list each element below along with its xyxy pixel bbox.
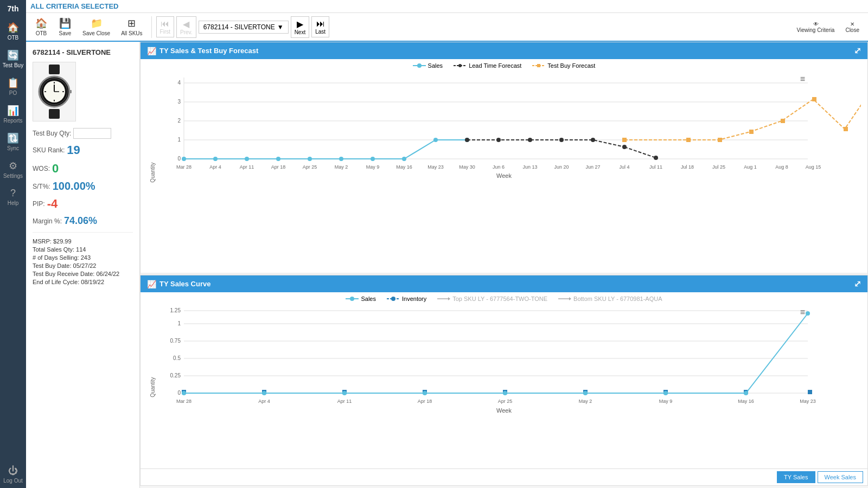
top-bar: ALL CRITERIA SELECTED: [26, 0, 868, 13]
chart2-expand-icon[interactable]: ⤢: [854, 279, 861, 289]
next-button[interactable]: ▶ Next: [291, 16, 310, 38]
info-block: MSRP: $29.99 Total Sales Qty: 114 # of D…: [33, 238, 133, 285]
sidebar-item-logout[interactable]: ⏻ Log Out: [0, 461, 26, 488]
chart1-legend: Sales Lead Time Forecast Test Buy Foreca…: [141, 59, 867, 72]
sidebar-item-settings[interactable]: ⚙ Settings: [0, 156, 26, 183]
end-of-life-label: End of Life Cycle:: [33, 279, 79, 285]
next-icon: ▶: [297, 19, 303, 29]
sku-dropdown[interactable]: 6782114 - SILVERTONE ▼: [199, 21, 289, 34]
svg-point-31: [245, 157, 249, 161]
last-button[interactable]: ⏭ Last: [311, 16, 329, 37]
otb-button[interactable]: 🏠 OTB: [30, 15, 52, 38]
svg-point-13: [417, 63, 422, 68]
svg-text:May 2: May 2: [579, 399, 592, 404]
sidebar: 7th 🏠 OTB 🔄 Test Buy 📋 PO 📊 Reports 🔃 Sy…: [0, 0, 26, 488]
days-selling-label: # of Days Selling:: [33, 254, 79, 261]
test-buy-qty-row: Test Buy Qty:: [33, 128, 133, 139]
svg-point-32: [276, 157, 280, 161]
sidebar-item-reports[interactable]: 📊 Reports: [0, 100, 26, 128]
svg-text:4: 4: [177, 80, 181, 86]
svg-rect-48: [718, 138, 722, 142]
svg-text:1: 1: [177, 320, 181, 326]
total-sales-row: Total Sales Qty: 114: [33, 246, 133, 253]
svg-point-34: [339, 157, 343, 161]
sidebar-item-otb[interactable]: 🏠 OTB: [0, 17, 26, 45]
last-icon: ⏭: [316, 19, 325, 29]
chart1-header: 📈 TY Sales & Test Buy Forecast ⤢: [141, 42, 867, 59]
chart1-expand-icon[interactable]: ⤢: [854, 46, 861, 56]
divider: [33, 232, 133, 233]
legend2-top-sku: Top SKU LY - 6777564-TWO-TONE: [437, 296, 547, 302]
close-button[interactable]: ✕ Close: [841, 19, 864, 35]
toolbar: 🏠 OTB 💾 Save 📁 Save Close ⊞ All SKUs ⏮ F…: [26, 13, 868, 42]
ty-sales-tab[interactable]: TY Sales: [777, 471, 815, 483]
msrp-value: $29.99: [53, 238, 72, 245]
otb-icon: 🏠: [35, 17, 47, 29]
chart2-header: 📈 TY Sales Curve ⤢: [141, 275, 867, 292]
po-icon: 📋: [7, 77, 19, 89]
save-button[interactable]: 💾 Save: [54, 15, 76, 38]
chart2-svg: 0 0.25 0.5 0.75 1 1.25: [168, 305, 861, 441]
end-of-life-row: End of Life Cycle: 08/19/22: [33, 279, 133, 285]
svg-text:Apr 25: Apr 25: [303, 164, 317, 170]
svg-text:Jul 4: Jul 4: [619, 164, 629, 170]
legend-leadtime: Lead Time Forecast: [454, 62, 521, 69]
viewing-criteria-icon: 👁: [813, 21, 819, 27]
chart1-trend-icon: 📈: [147, 47, 156, 55]
svg-text:Aug 15: Aug 15: [806, 164, 821, 170]
chart2-header-left: 📈 TY Sales Curve: [147, 280, 210, 288]
st-label: S/T%:: [33, 183, 50, 190]
save-close-icon: 📁: [91, 17, 103, 29]
svg-rect-52: [844, 127, 848, 131]
legend2-bottom-sku-label: Bottom SKU LY - 6770981-AQUA: [573, 296, 662, 302]
total-sales-value: 114: [76, 246, 86, 253]
svg-text:0.25: 0.25: [170, 373, 181, 378]
save-close-button[interactable]: 📁 Save Close: [78, 15, 114, 38]
svg-text:Mar 28: Mar 28: [176, 164, 192, 170]
svg-point-43: [591, 138, 595, 142]
sku-rank-value: 19: [67, 143, 80, 157]
viewing-criteria-button[interactable]: 👁 Viewing Criteria: [793, 19, 839, 35]
st-row: S/T%: 100.00%: [33, 180, 133, 192]
svg-marker-84: [448, 297, 450, 300]
svg-point-111: [423, 391, 427, 395]
sidebar-item-help[interactable]: ? Help: [0, 183, 26, 210]
sidebar-item-testbuy[interactable]: 🔄 Test Buy: [0, 45, 26, 73]
sku-dropdown-value: 6782114 - SILVERTONE: [203, 23, 275, 31]
chart1-header-left: 📈 TY Sales & Test Buy Forecast: [147, 47, 258, 55]
sidebar-item-sync[interactable]: 🔃 Sync: [0, 128, 26, 156]
sku-rank-label: SKU Rank:: [33, 146, 65, 154]
all-skus-button[interactable]: ⊞ All SKUs: [117, 15, 146, 38]
save-icon: 💾: [59, 17, 71, 29]
test-buy-receive-label: Test Buy Receive Date:: [33, 271, 94, 277]
sidebar-label-testbuy: Test Buy: [3, 62, 23, 68]
chart1-title: TY Sales & Test Buy Forecast: [159, 47, 258, 55]
wos-value: 0: [52, 162, 59, 176]
last-label: Last: [315, 29, 326, 35]
svg-text:Apr 18: Apr 18: [418, 399, 432, 404]
svg-rect-11: [49, 109, 60, 119]
help-icon: ?: [10, 188, 16, 199]
svg-point-112: [503, 391, 507, 395]
product-title: 6782114 - SILVERTONE: [33, 48, 133, 56]
test-buy-receive-row: Test Buy Receive Date: 06/24/22: [33, 271, 133, 277]
svg-text:0.75: 0.75: [170, 338, 181, 344]
svg-text:3: 3: [177, 99, 181, 105]
svg-point-109: [262, 391, 266, 395]
viewing-criteria-label: Viewing Criteria: [797, 27, 835, 33]
legend2-inventory: Inventory: [387, 296, 426, 302]
svg-point-45: [654, 156, 658, 160]
first-label: First: [160, 29, 170, 35]
prev-button[interactable]: ◀ Prev.: [176, 16, 196, 38]
test-buy-qty-label: Test Buy Qty:: [33, 130, 71, 137]
svg-rect-10: [69, 90, 72, 93]
test-buy-qty-input[interactable]: [73, 128, 111, 139]
end-of-life-value: 08/19/22: [81, 279, 104, 285]
criteria-label: ALL CRITERIA SELECTED: [30, 2, 119, 10]
sidebar-item-po[interactable]: 📋 PO: [0, 73, 26, 100]
first-button[interactable]: ⏮ First: [156, 16, 174, 37]
week-sales-tab[interactable]: Week Sales: [818, 471, 864, 483]
sidebar-label-help: Help: [8, 200, 19, 206]
pip-label: PIP:: [33, 200, 45, 208]
legend-testbuy-label: Test Buy Forecast: [547, 62, 595, 69]
